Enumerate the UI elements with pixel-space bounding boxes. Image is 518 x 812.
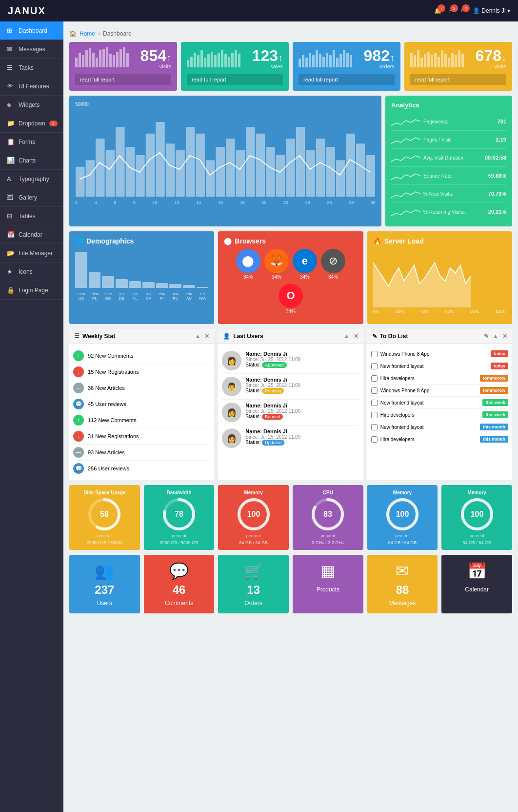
sidebar-item-icons[interactable]: ★ Icons — [0, 263, 63, 281]
todo-checkbox[interactable] — [371, 387, 378, 394]
status-badge: Approved — [262, 362, 287, 368]
icon-card-comments[interactable]: 💬 46 Comments — [144, 555, 215, 613]
edit-todo-btn[interactable]: ✎ — [484, 333, 489, 340]
analytics-row: % Returning Visitor: 29,21% — [391, 203, 506, 221]
user-menu[interactable]: 👤 Dennis Ji ▾ — [473, 7, 510, 14]
icon-card-icon: 💬 — [169, 562, 189, 580]
messages-btn[interactable]: ✉4 — [461, 7, 466, 14]
demo-bar — [169, 284, 181, 288]
sidebar-item-forms[interactable]: 📋 Forms — [0, 133, 63, 151]
demo-bars — [75, 249, 208, 288]
read-link-0[interactable]: read full report — [75, 74, 171, 85]
sidebar-item-tasks[interactable]: ☰ Tasks — [0, 59, 63, 77]
gauge-card-2: Memory 100 percent 64 GB / 64 GB — [218, 485, 289, 550]
svg-rect-21 — [286, 139, 295, 197]
collapse-users-btn[interactable]: ▲ — [344, 333, 350, 340]
gauge-sub: 64 GB / 64 GB — [239, 540, 268, 545]
home-link[interactable]: Home — [80, 30, 95, 37]
weekly-icon: — — [73, 447, 84, 458]
status-badge: Updated — [262, 440, 284, 446]
sidebar-item-typography[interactable]: A Typography — [0, 170, 63, 188]
sidebar-item-gallery[interactable]: 🖼 Gallery — [0, 188, 63, 207]
todo-timing-badge: tommorow — [480, 375, 508, 382]
stat-cards-row: 854↑ visits read full report 123↑ sales … — [69, 42, 512, 91]
weekly-item: — 36 New Articles — [73, 380, 210, 396]
last-users-widget: 👤 Last Users ▲ ✕ 👩 Name: Dennis Ji Since… — [218, 329, 363, 480]
todo-checkbox[interactable] — [371, 363, 378, 369]
sidebar-item-tables[interactable]: ⊟ Tables — [0, 207, 63, 225]
gauge-title: Memory — [467, 490, 486, 495]
svg-rect-20 — [276, 155, 285, 197]
close-todo-btn[interactable]: ✕ — [502, 333, 507, 340]
read-link-3[interactable]: read full report — [410, 74, 506, 85]
gauge-unit: percent — [395, 533, 410, 538]
icon-card-products[interactable]: ▦ Products — [293, 555, 363, 613]
opera-icon: O — [279, 284, 303, 308]
todo-body: Windows Phone 8 App today New frontend l… — [367, 344, 512, 449]
todo-item: New frontend layout this month — [371, 421, 508, 433]
notifications-btn[interactable]: 🔔7 — [434, 7, 441, 14]
sidebar-item-ui-features[interactable]: 👁 UI Features — [0, 77, 63, 96]
close-btn[interactable]: ✕ — [204, 333, 209, 340]
icon-card-orders[interactable]: 🛒 13 Orders — [218, 555, 289, 613]
sidebar-item-widgets[interactable]: ◈ Widgets — [0, 96, 63, 114]
icon-card-messages[interactable]: ✉ 88 Messages — [367, 555, 438, 613]
svg-rect-1 — [86, 160, 95, 197]
status-badge: Pending — [262, 388, 284, 394]
sidebar-item-calendar[interactable]: 📅 Calendar — [0, 225, 63, 244]
demo-bar — [183, 285, 195, 288]
icon-card-calendar[interactable]: 📅 Calendar — [441, 555, 512, 613]
demo-bar — [89, 272, 101, 288]
sidebar-item-dashboard[interactable]: ⊞ Dashboard — [0, 21, 63, 40]
icon-card-label: Messages — [389, 600, 416, 607]
icon-card-users[interactable]: 👥 237 Users — [69, 555, 140, 613]
gauge-circle: 100 — [385, 497, 419, 531]
sidebar-item-dropdown[interactable]: 📁 Dropdown 3 — [0, 114, 63, 133]
todo-icon: ✎ — [372, 333, 377, 340]
weekly-item: ↑ 112 New Comments — [73, 412, 210, 428]
weekly-icon: ↑ — [73, 350, 84, 361]
svg-rect-0 — [76, 167, 84, 197]
gauge-circle: 58 — [87, 497, 121, 531]
todo-checkbox[interactable] — [371, 351, 378, 357]
sidebar-item-login[interactable]: 🔒 Login Page — [0, 281, 63, 300]
user-avatar: 👩 — [222, 351, 241, 370]
user-item: 👩 Name: Dennis Ji Since: Jul 25, 2012 11… — [222, 426, 359, 451]
todo-checkbox[interactable] — [371, 375, 378, 382]
collapse-btn[interactable]: ▲ — [195, 333, 200, 340]
gauge-card-4: Memory 100 percent 64 GB / 64 GB — [367, 485, 438, 550]
collapse-todo-btn[interactable]: ▲ — [493, 333, 498, 340]
tags-badge: 5 — [450, 4, 458, 12]
browser-other: ⊘ 34% — [321, 249, 345, 280]
weekly-stat-header: ☰ Weekly Stat ▲ ✕ — [69, 329, 214, 344]
svg-text:100: 100 — [247, 510, 260, 518]
main-bar-chart — [75, 109, 376, 197]
sidebar: ⊞ Dashboard ✉ Messages ☰ Tasks 👁 UI Feat… — [0, 21, 63, 812]
widgets-icon: ◈ — [7, 101, 15, 108]
read-link-1[interactable]: read full report — [187, 74, 283, 85]
icon-card-icon: ▦ — [320, 562, 335, 580]
close-users-btn[interactable]: ✕ — [354, 333, 359, 340]
todo-checkbox[interactable] — [371, 436, 378, 443]
status-badge: Banned — [262, 414, 283, 420]
gauge-sub: 29000 MB / 50000 — [87, 540, 123, 545]
sidebar-item-file-manager[interactable]: 📂 File Manager — [0, 244, 63, 263]
read-link-2[interactable]: read full report — [299, 74, 395, 85]
demo-row: 🌐 Demographics 37%16%12%9%7%6%5%4%3%1% U… — [69, 231, 512, 324]
todo-checkbox[interactable] — [371, 412, 378, 418]
todo-checkbox[interactable] — [371, 400, 378, 406]
tasks-icon: ☰ — [7, 64, 15, 71]
widgets-row: ☰ Weekly Stat ▲ ✕ ↑ 92 New Comments ↓ 15… — [69, 329, 512, 480]
svg-rect-28 — [356, 143, 365, 197]
sidebar-item-messages[interactable]: ✉ Messages — [0, 40, 63, 59]
other-browser-icon: ⊘ — [321, 249, 345, 273]
ie-icon: e — [293, 249, 317, 273]
tags-btn[interactable]: 🏷5 — [448, 7, 454, 14]
sidebar-item-charts[interactable]: 📊 Charts — [0, 151, 63, 170]
gauge-card-0: Disk Space Usage 58 percent 29000 MB / 5… — [69, 485, 140, 550]
weekly-icon: 💬 — [73, 463, 84, 474]
svg-text:100: 100 — [470, 510, 483, 518]
todo-checkbox[interactable] — [371, 424, 378, 430]
user-avatar: 👩 — [222, 428, 241, 448]
gauge-circle: 78 — [162, 497, 196, 531]
